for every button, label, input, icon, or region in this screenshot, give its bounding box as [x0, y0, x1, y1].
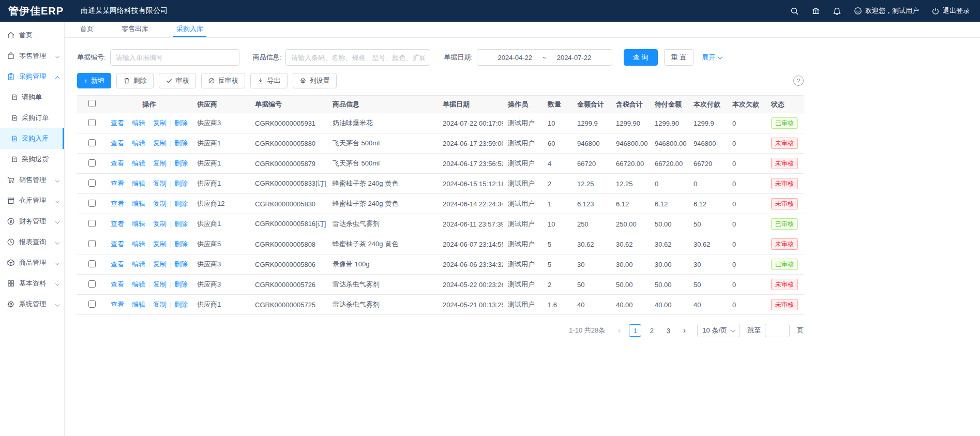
- sidebar-item-finance[interactable]: 财务管理: [0, 211, 64, 232]
- action-edit-link[interactable]: 编辑: [132, 119, 145, 127]
- action-copy-link[interactable]: 复制: [153, 139, 167, 147]
- action-view-link[interactable]: 查看: [111, 179, 124, 187]
- action-edit-link[interactable]: 编辑: [132, 200, 145, 207]
- row-checkbox[interactable]: [88, 179, 96, 187]
- sidebar-item-basic-data[interactable]: 基本资料: [0, 273, 64, 294]
- row-checkbox[interactable]: [88, 240, 96, 247]
- row-checkbox[interactable]: [88, 159, 96, 167]
- search-icon[interactable]: [790, 7, 799, 16]
- action-delete-link[interactable]: 删除: [174, 139, 188, 147]
- action-edit-link[interactable]: 编辑: [132, 139, 145, 147]
- sidebar-item-system[interactable]: 系统管理: [0, 294, 64, 314]
- expand-link[interactable]: 展开: [702, 53, 722, 62]
- action-delete-link[interactable]: 删除: [174, 260, 188, 268]
- row-checkbox[interactable]: [88, 200, 96, 207]
- action-copy-link[interactable]: 复制: [153, 240, 167, 248]
- delete-button[interactable]: 删除: [116, 73, 154, 88]
- action-copy-link[interactable]: 复制: [153, 119, 167, 127]
- sidebar-item-products[interactable]: 商品管理: [0, 252, 64, 273]
- action-copy-link[interactable]: 复制: [153, 200, 167, 207]
- action-delete-link[interactable]: 删除: [174, 220, 188, 228]
- jump-page-input[interactable]: [765, 324, 790, 337]
- cell-operator: 测试用户: [503, 113, 542, 133]
- reset-button[interactable]: 重 置: [664, 49, 694, 66]
- sidebar-subitem-purchase-request[interactable]: 请购单: [0, 87, 64, 108]
- search-button[interactable]: 查 询: [624, 49, 658, 66]
- tab-purchase-inbound[interactable]: 采购入库: [173, 22, 206, 37]
- action-edit-link[interactable]: 编辑: [132, 220, 145, 228]
- row-checkbox[interactable]: [88, 260, 96, 267]
- action-view-link[interactable]: 查看: [111, 200, 124, 207]
- sidebar-subitem-purchase-order[interactable]: 采购订单: [0, 108, 64, 128]
- audit-button[interactable]: 审核: [159, 73, 196, 88]
- prev-page-icon[interactable]: ‹: [613, 324, 625, 337]
- action-copy-link[interactable]: 复制: [153, 300, 167, 308]
- help-icon[interactable]: ?: [793, 76, 804, 86]
- action-delete-link[interactable]: 删除: [174, 179, 188, 187]
- page-number-button[interactable]: 1: [629, 324, 641, 337]
- bell-icon[interactable]: [833, 7, 841, 16]
- unaudit-button[interactable]: 反审核: [201, 73, 245, 88]
- action-view-link[interactable]: 查看: [111, 159, 124, 167]
- row-checkbox[interactable]: [88, 220, 96, 227]
- row-checkbox[interactable]: [88, 119, 96, 126]
- action-edit-link[interactable]: 编辑: [132, 280, 145, 288]
- column-settings-button[interactable]: 列设置: [293, 73, 337, 88]
- cell-owed: 0: [727, 275, 766, 295]
- sidebar-item-sales[interactable]: 销售管理: [0, 170, 64, 190]
- tab-retail-outbound[interactable]: 零售出库: [118, 22, 152, 37]
- action-delete-link[interactable]: 删除: [174, 119, 188, 127]
- building-icon[interactable]: [811, 7, 820, 16]
- add-button[interactable]: + 新增: [77, 73, 111, 88]
- page-number-button[interactable]: 2: [645, 324, 658, 337]
- action-copy-link[interactable]: 复制: [153, 159, 167, 167]
- export-button[interactable]: 导出: [250, 73, 288, 88]
- page-size-select[interactable]: 10 条/页: [697, 324, 740, 337]
- sidebar-item-purchase[interactable]: 采购管理: [0, 66, 64, 87]
- action-view-link[interactable]: 查看: [111, 300, 124, 308]
- action-copy-link[interactable]: 复制: [153, 260, 167, 268]
- row-checkbox[interactable]: [88, 300, 96, 308]
- action-copy-link[interactable]: 复制: [153, 220, 167, 228]
- sidebar-subitem-purchase-return[interactable]: 采购退货: [0, 149, 64, 170]
- bill-no-input[interactable]: [110, 49, 239, 66]
- sidebar-subitem-purchase-inbound[interactable]: 采购入库: [0, 128, 64, 149]
- date-from-value[interactable]: 2024-04-22: [498, 54, 533, 62]
- product-info-input[interactable]: [285, 49, 430, 66]
- action-edit-link[interactable]: 编辑: [132, 159, 145, 167]
- logout-button[interactable]: 退出登录: [931, 6, 970, 16]
- chevron-down-icon: [56, 300, 59, 308]
- action-view-link[interactable]: 查看: [111, 280, 124, 288]
- row-checkbox[interactable]: [88, 139, 96, 146]
- date-to-value[interactable]: 2024-07-22: [557, 54, 592, 62]
- sidebar-item-label: 报表查询: [19, 237, 46, 247]
- action-view-link[interactable]: 查看: [111, 240, 124, 248]
- sidebar-item-home[interactable]: 首页: [0, 25, 64, 46]
- action-delete-link[interactable]: 删除: [174, 240, 188, 248]
- action-delete-link[interactable]: 删除: [174, 300, 188, 308]
- welcome-user[interactable]: 欢迎您，测试用户: [854, 6, 919, 16]
- date-range-picker[interactable]: 2024-04-22 ~ 2024-07-22: [477, 49, 612, 66]
- action-copy-link[interactable]: 复制: [153, 280, 167, 288]
- action-edit-link[interactable]: 编辑: [132, 300, 145, 308]
- cell-payable: 30.62: [650, 234, 688, 254]
- action-delete-link[interactable]: 删除: [174, 280, 188, 288]
- row-checkbox[interactable]: [88, 280, 96, 288]
- tab-home[interactable]: 首页: [77, 22, 97, 37]
- sidebar-item-reports[interactable]: 报表查询: [0, 232, 64, 252]
- action-view-link[interactable]: 查看: [111, 119, 124, 127]
- action-edit-link[interactable]: 编辑: [132, 260, 145, 268]
- sidebar-item-warehouse[interactable]: 仓库管理: [0, 190, 64, 211]
- page-number-button[interactable]: 3: [662, 324, 674, 337]
- action-view-link[interactable]: 查看: [111, 139, 124, 147]
- sidebar-item-retail[interactable]: 零售管理: [0, 46, 64, 66]
- action-delete-link[interactable]: 删除: [174, 200, 188, 207]
- action-edit-link[interactable]: 编辑: [132, 240, 145, 248]
- action-view-link[interactable]: 查看: [111, 220, 124, 228]
- action-delete-link[interactable]: 删除: [174, 159, 188, 167]
- action-edit-link[interactable]: 编辑: [132, 179, 145, 187]
- action-copy-link[interactable]: 复制: [153, 179, 167, 187]
- select-all-checkbox[interactable]: [88, 100, 96, 107]
- next-page-icon[interactable]: ›: [679, 324, 690, 337]
- action-view-link[interactable]: 查看: [111, 260, 124, 268]
